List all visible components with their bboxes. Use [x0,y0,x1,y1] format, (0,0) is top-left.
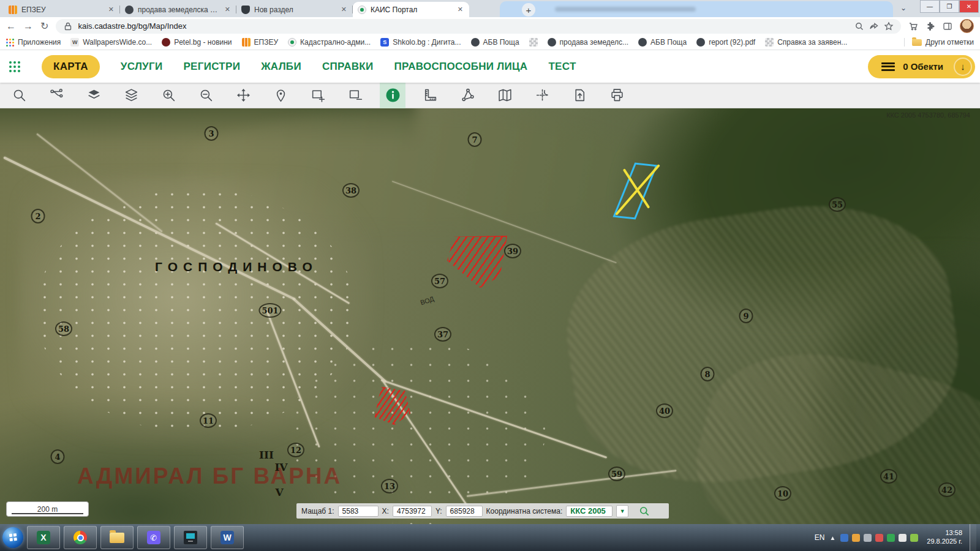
parcel-number-marker[interactable]: 42 [938,482,956,497]
parcel-number-marker[interactable]: 55 [829,197,846,212]
bookmark-item[interactable] [529,38,538,47]
bookmark-item[interactable]: Справка за заявен... [765,38,847,47]
toolbar-layers-filled-button[interactable] [81,83,107,108]
tray-icon[interactable] [887,534,895,542]
close-button[interactable]: ✕ [959,0,979,13]
toolbar-zoom-in-button[interactable] [156,83,181,108]
tray-icon[interactable] [840,534,848,542]
parcel-number-marker[interactable]: 3 [205,126,219,141]
nav-item-регистри[interactable]: РЕГИСТРИ [183,61,240,73]
side-panel-icon[interactable] [943,21,952,31]
bookmark-item[interactable]: продава земеделс... [548,38,629,47]
cart-extension-icon[interactable] [908,21,918,31]
tray-expand-icon[interactable]: ▲ [829,534,835,541]
parcel-number-marker[interactable]: 7 [468,132,482,147]
browser-tab[interactable]: продава земеделска земя✕ [120,2,236,17]
language-indicator[interactable]: EN [815,533,825,542]
tray-icon[interactable] [899,534,907,542]
toolbar-measure-length-button[interactable] [417,83,443,108]
bookmark-item[interactable]: АБВ Поща [638,38,687,47]
x-coordinate-input[interactable]: 4753972 [393,506,432,517]
nav-item-правоспособни-лица[interactable]: ПРАВОСПОСОБНИ ЛИЦА [394,61,528,73]
parcel-number-marker[interactable]: 57 [431,274,448,288]
parcel-number-marker[interactable]: 501 [258,303,281,318]
new-tab-button[interactable]: + [522,3,535,17]
parcel-number-marker[interactable]: 12 [287,443,304,457]
browser-tab[interactable]: ЕПЗЕУ✕ [4,2,120,17]
toolbar-zoom-out-button[interactable] [193,83,219,108]
parcel-number-marker[interactable]: 8 [701,367,715,381]
profile-avatar[interactable] [960,19,974,33]
toolbar-measure-area-button[interactable] [454,83,480,108]
hatched-parcel-highlight[interactable] [447,236,507,288]
toolbar-rect-subtract-button[interactable] [342,83,368,108]
parcel-number-marker[interactable]: 59 [608,467,625,481]
tab-close-icon[interactable]: ✕ [107,6,115,13]
parcel-number-marker[interactable]: 58 [55,321,72,336]
omnibox[interactable]: kais.cadastre.bg/bg/Map/Index [56,19,901,34]
nav-item-тест[interactable]: ТЕСТ [548,61,576,73]
tab-close-icon[interactable]: ✕ [224,6,232,13]
minimize-button[interactable]: — [920,0,940,13]
browser-tab[interactable]: КАИС Портал✕ [353,2,469,17]
parcel-number-marker[interactable]: 40 [656,403,673,418]
nav-item-жалби[interactable]: ЖАЛБИ [261,61,301,73]
bookmark-item[interactable]: Petel.bg - новини [162,38,232,47]
toolbar-marker-button[interactable] [268,83,293,108]
bookmark-item[interactable]: Приложения [6,38,61,47]
toolbar-print-button[interactable] [604,83,630,108]
parcel-number-marker[interactable]: 9 [739,309,753,323]
taskbar-app-viber[interactable]: ✆ [137,526,170,549]
taskbar-app-excel[interactable]: X [27,526,60,549]
tray-icon[interactable] [875,534,883,542]
nav-item-карта[interactable]: КАРТА [42,55,100,78]
tray-icon[interactable] [852,534,860,542]
parcel-number-marker[interactable]: 2 [31,209,45,223]
toolbar-axes-button[interactable] [529,83,555,108]
bookmark-item[interactable]: report (92).pdf [696,38,755,47]
toolbar-route-button[interactable] [43,83,69,108]
parcel-number-marker[interactable]: 38 [342,183,360,198]
parcel-number-marker[interactable]: 13 [381,479,398,493]
start-button[interactable] [2,527,23,548]
bookmark-item[interactable]: ЕПЗЕУ [242,38,279,47]
toolbar-layers-button[interactable] [118,83,144,108]
taskbar-app-word[interactable]: W [211,526,244,549]
extensions-puzzle-icon[interactable] [925,21,935,31]
bookmark-item[interactable]: WWallpapersWide.co... [70,38,152,47]
parcel-number-marker[interactable]: 10 [774,486,791,501]
parcel-number-marker[interactable]: 41 [880,469,897,484]
back-icon[interactable]: ← [6,21,16,31]
maximize-button[interactable]: ❐ [940,0,959,13]
parcel-number-marker[interactable]: 11 [200,413,217,428]
crs-dropdown-arrow-icon[interactable]: ▼ [616,505,628,517]
toolbar-search-button[interactable] [6,83,32,108]
toolbar-pan-button[interactable] [230,83,256,108]
taskbar-app-explorer[interactable] [100,526,134,549]
objects-dropdown-button[interactable]: ↓ [954,58,972,76]
taskbar-clock[interactable]: 13:58 29.8.2025 г. [927,529,962,546]
selected-parcel-highlight[interactable] [609,160,665,222]
nav-item-справки[interactable]: СПРАВКИ [322,61,374,73]
y-coordinate-input[interactable]: 685928 [446,506,483,517]
tray-icon[interactable] [864,534,872,542]
bookmark-item[interactable]: АБВ Поща [471,38,519,47]
browser-tab[interactable]: Нов раздел✕ [236,2,353,17]
nav-item-услуги[interactable]: УСЛУГИ [121,61,163,73]
crs-select[interactable]: ККС 2005 [566,506,612,517]
tab-search-chevron-icon[interactable]: ⌄ [900,4,907,12]
bookmark-item[interactable]: SShkolo.bg : Дигита... [380,38,461,47]
parcel-number-marker[interactable]: 37 [434,327,451,342]
apps-grid-icon[interactable] [9,61,21,73]
tab-close-icon[interactable]: ✕ [340,6,348,13]
reload-icon[interactable]: ↻ [40,21,48,31]
map-canvas[interactable]: ГОСПОДИНОВО АДМИРАЛ БГ ВАРНА ККС 2005 47… [0,108,980,524]
taskbar-app-remote[interactable] [174,526,207,549]
zoom-page-icon[interactable] [854,21,864,31]
show-desktop-button[interactable] [970,524,976,551]
parcel-number-marker[interactable]: 39 [504,244,521,258]
toolbar-rect-add-button[interactable] [305,83,331,108]
bookmark-star-icon[interactable] [884,21,894,31]
bookmark-item[interactable]: Кадастрално-адми... [288,38,371,47]
parcel-number-marker[interactable]: 4 [51,449,65,464]
